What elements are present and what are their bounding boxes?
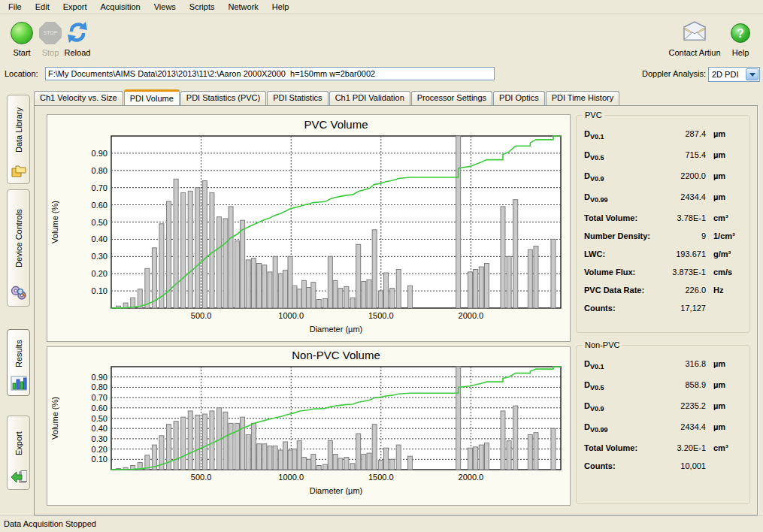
sidebar-item-results[interactable]: Results: [7, 329, 30, 396]
doppler-analysis-select[interactable]: 2D PDI: [708, 67, 760, 82]
pvc-stats-title: PVC: [583, 110, 604, 119]
svg-text:PVC Volume: PVC Volume: [304, 118, 368, 131]
sidebar-item-data-library[interactable]: Data Library: [7, 95, 30, 184]
svg-text:0.20: 0.20: [92, 269, 107, 278]
stat-row: LWC:193.671g/m³: [584, 249, 743, 268]
svg-text:500.0: 500.0: [191, 311, 212, 320]
help-icon: ?: [731, 23, 750, 43]
stat-row: DV0.1316.8µm: [584, 359, 743, 380]
status-text: Data Acquisition Stopped: [4, 519, 96, 528]
svg-text:0.10: 0.10: [92, 286, 107, 295]
stat-row: DV0.992434.4µm: [584, 192, 743, 213]
stat-row: DV0.5858.9µm: [584, 380, 743, 401]
app-window: File Edit Export Acquisition Views Scrip…: [0, 0, 763, 532]
help-button[interactable]: ? Help: [724, 20, 757, 57]
tab-strip: Ch1 Velocity vs. Size PDI Volume PDI Sta…: [34, 89, 758, 105]
menu-help[interactable]: Help: [265, 1, 296, 13]
menu-acquisition[interactable]: Acquisition: [94, 1, 147, 13]
contact-button[interactable]: Contact Artiun: [665, 20, 724, 57]
non-pvc-stats-group: Non-PVC DV0.1316.8µmDV0.5858.9µmDV0.9223…: [576, 345, 750, 504]
svg-text:Non-PVC Volume: Non-PVC Volume: [292, 349, 380, 361]
svg-text:0.20: 0.20: [92, 445, 107, 454]
svg-text:500.0: 500.0: [191, 473, 212, 482]
svg-text:0.90: 0.90: [92, 373, 107, 382]
statistics-panel: PVC DV0.1287.4µmDV0.5715.4µmDV0.92200.0µ…: [574, 106, 753, 514]
svg-text:1500.0: 1500.0: [368, 473, 394, 482]
sidebar-item-device-controls[interactable]: Device Controls: [7, 189, 30, 307]
menu-network[interactable]: Network: [221, 1, 265, 13]
stat-row: PVC Data Rate:226.0Hz: [584, 286, 743, 304]
menu-scripts[interactable]: Scripts: [183, 1, 222, 13]
svg-text:2000.0: 2000.0: [459, 473, 484, 482]
svg-text:0.30: 0.30: [92, 252, 107, 261]
sidebar-device-controls-label: Device Controls: [14, 196, 23, 280]
menu-export[interactable]: Export: [56, 1, 94, 13]
svg-text:0.50: 0.50: [92, 414, 107, 423]
location-row: Location: Doppler Analysis: 2D PDI: [0, 65, 763, 85]
pvc-volume-chart-canvas: PVC Volume0.100.200.300.400.500.600.700.…: [47, 115, 570, 341]
tab-pdi-volume[interactable]: PDI Volume: [124, 89, 180, 105]
svg-text:0.70: 0.70: [92, 393, 107, 402]
svg-text:1000.0: 1000.0: [278, 473, 304, 482]
location-label: Location:: [5, 69, 38, 78]
pvc-volume-chart: PVC Volume0.100.200.300.400.500.600.700.…: [47, 114, 571, 342]
sidebar-results-label: Results: [14, 336, 23, 371]
folders-icon: [11, 164, 27, 179]
tab-ch1-pdi-validation[interactable]: Ch1 PDI Validation: [329, 91, 410, 105]
stat-row: Total Volume:3.78E-1cm³: [584, 213, 743, 231]
stat-row: Counts:17,127: [584, 304, 743, 322]
sidebar-item-export[interactable]: Export: [7, 416, 30, 490]
svg-text:0.80: 0.80: [92, 166, 107, 175]
svg-text:0.60: 0.60: [92, 404, 107, 413]
status-bar: Data Acquisition Stopped: [0, 515, 763, 532]
non-pvc-volume-chart-canvas: Non-PVC Volume0.100.200.300.400.500.600.…: [47, 347, 570, 505]
svg-text:0.70: 0.70: [92, 183, 107, 192]
tab-panel-pdi-volume: PVC Volume0.100.200.300.400.500.600.700.…: [34, 105, 758, 515]
pvc-stats-group: PVC DV0.1287.4µmDV0.5715.4µmDV0.92200.0µ…: [576, 115, 750, 333]
svg-text:0.40: 0.40: [92, 234, 107, 243]
non-pvc-stats-title: Non-PVC: [583, 340, 622, 349]
stat-row: DV0.1287.4µm: [584, 129, 743, 150]
stat-row: DV0.5715.4µm: [584, 150, 743, 171]
svg-text:0.90: 0.90: [92, 149, 107, 158]
svg-text:Volume (%): Volume (%): [50, 397, 59, 440]
svg-text:0.60: 0.60: [92, 201, 107, 210]
reload-button[interactable]: Reload: [56, 20, 99, 57]
svg-text:Diameter (µm): Diameter (µm): [310, 325, 363, 334]
non-pvc-volume-chart: Non-PVC Volume0.100.200.300.400.500.600.…: [47, 346, 571, 506]
svg-text:0.30: 0.30: [92, 434, 107, 443]
bar-chart-icon: [11, 376, 27, 391]
tab-pdi-time-history[interactable]: PDI Time History: [546, 91, 620, 105]
tab-pdi-statistics[interactable]: PDI Statistics: [267, 91, 328, 105]
stat-row: DV0.992434.4µm: [584, 422, 743, 443]
export-arrow-icon: [11, 470, 27, 485]
help-label: Help: [724, 48, 757, 57]
tab-ch1-velocity-vs-size[interactable]: Ch1 Velocity vs. Size: [34, 91, 123, 105]
gears-icon: [11, 285, 27, 301]
chevron-down-icon[interactable]: [746, 68, 758, 80]
stat-row: Total Volume:3.20E-1cm³: [584, 443, 743, 461]
tab-pdi-optics[interactable]: PDI Optics: [493, 91, 545, 105]
stat-row: Volume Flux:3.873E-1cm/s: [584, 268, 743, 286]
svg-text:0.50: 0.50: [92, 218, 107, 227]
tab-processor-settings[interactable]: Processor Settings: [411, 91, 492, 105]
sidebar-export-label: Export: [14, 422, 23, 465]
stat-row: Number Density:91/cm³: [584, 231, 743, 249]
location-input[interactable]: [45, 67, 495, 80]
svg-text:0.80: 0.80: [92, 382, 107, 391]
toolbar: Start STOP Stop Reload: [0, 14, 763, 65]
svg-text:2000.0: 2000.0: [459, 311, 484, 320]
doppler-analysis-value: 2D PDI: [709, 70, 745, 79]
tab-pdi-statistics-pvc[interactable]: PDI Statistics (PVC): [180, 91, 266, 105]
doppler-analysis-label: Doppler Analysis:: [642, 69, 706, 78]
menu-file[interactable]: File: [2, 1, 29, 13]
svg-text:1000.0: 1000.0: [278, 311, 304, 320]
stat-row: DV0.92235.2µm: [584, 401, 743, 422]
reload-label: Reload: [56, 48, 99, 57]
menu-edit[interactable]: Edit: [29, 1, 56, 13]
reload-icon: [65, 20, 89, 44]
menu-views[interactable]: Views: [147, 1, 183, 13]
svg-text:1500.0: 1500.0: [368, 311, 394, 320]
menu-bar: File Edit Export Acquisition Views Scrip…: [0, 0, 763, 14]
svg-text:0.10: 0.10: [92, 455, 107, 464]
